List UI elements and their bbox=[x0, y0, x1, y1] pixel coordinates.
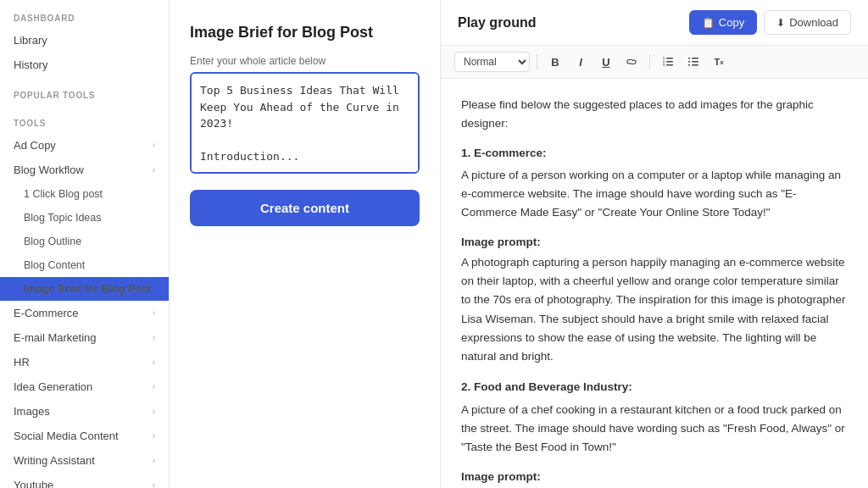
toolbar-divider-2 bbox=[649, 54, 650, 69]
sidebar-section-popular: POPULAR TOOLS bbox=[0, 77, 169, 105]
image-prompt-1-label: Image prompt: bbox=[461, 233, 848, 252]
sidebar-section-tools: TOOLS bbox=[0, 105, 169, 133]
section-2-description: A picture of a chef cooking in a restaur… bbox=[461, 401, 848, 458]
format-select[interactable]: Normal Heading 1 Heading 2 Heading 3 bbox=[454, 52, 530, 72]
svg-point-9 bbox=[688, 58, 690, 59]
unordered-list-button[interactable] bbox=[682, 51, 704, 73]
chevron-down-icon: › bbox=[153, 407, 155, 416]
underline-button[interactable]: U bbox=[595, 51, 617, 73]
sidebar-item-blog-topic-ideas[interactable]: Blog Topic Ideas bbox=[0, 206, 169, 230]
input-label: Enter your whole article below bbox=[190, 55, 420, 67]
section-1-description: A picture of a person working on a compu… bbox=[461, 166, 848, 223]
sidebar-item-e-commerce[interactable]: E-Commerce › bbox=[0, 301, 169, 325]
image-prompt-1-text: A photograph capturing a person happily … bbox=[461, 253, 848, 367]
link-button[interactable] bbox=[620, 51, 643, 73]
chevron-down-icon: › bbox=[153, 480, 155, 488]
sidebar-item-hr[interactable]: HR › bbox=[0, 350, 169, 374]
chevron-down-icon: › bbox=[153, 141, 155, 150]
input-section: Enter your whole article below Top 5 Bus… bbox=[190, 55, 420, 176]
chevron-down-icon: › bbox=[153, 308, 155, 318]
article-textarea[interactable]: Top 5 Business Ideas That Will Keep You … bbox=[190, 72, 420, 174]
svg-rect-6 bbox=[692, 58, 698, 59]
sidebar-item-idea-generation[interactable]: Idea Generation › bbox=[0, 374, 169, 399]
svg-rect-2 bbox=[666, 64, 673, 66]
create-content-button[interactable]: Create content bbox=[190, 190, 420, 226]
chevron-down-icon: › bbox=[153, 382, 155, 391]
bold-button[interactable]: B bbox=[544, 51, 566, 73]
left-pane: Image Brief for Blog Post Enter your who… bbox=[170, 0, 441, 488]
image-prompt-2-label: Image prompt: bbox=[461, 468, 848, 486]
sidebar-item-image-brief[interactable]: Image Brief for Blog Post bbox=[0, 277, 169, 301]
svg-point-10 bbox=[688, 61, 690, 63]
download-icon: ⬇ bbox=[776, 17, 785, 29]
svg-text:3.: 3. bbox=[663, 64, 665, 67]
sidebar-item-blog-outline[interactable]: Blog Outline bbox=[0, 230, 169, 253]
sidebar-item-writing-assistant[interactable]: Writing Assistant › bbox=[0, 448, 169, 473]
main-content: Image Brief for Blog Post Enter your who… bbox=[170, 0, 868, 488]
sidebar-item-history[interactable]: History bbox=[0, 53, 169, 77]
svg-rect-0 bbox=[666, 58, 673, 59]
header-actions: 📋 Copy ⬇ Download bbox=[689, 10, 851, 35]
sidebar-item-youtube[interactable]: Youtube › bbox=[0, 473, 169, 488]
content-area: Please find below the suggested places t… bbox=[441, 79, 868, 488]
pane-container: Image Brief for Blog Post Enter your who… bbox=[170, 0, 868, 488]
copy-icon: 📋 bbox=[702, 17, 715, 29]
sidebar-item-images[interactable]: Images › bbox=[0, 399, 169, 424]
ordered-list-button[interactable]: 1. 2. 3. bbox=[657, 51, 679, 73]
sidebar-item-blog-workflow[interactable]: Blog Workflow › bbox=[0, 158, 169, 182]
chevron-down-icon: › bbox=[153, 431, 155, 441]
sidebar-item-blog-content[interactable]: Blog Content bbox=[0, 253, 169, 277]
right-pane: Play ground 📋 Copy ⬇ Download Normal H bbox=[441, 0, 868, 488]
svg-rect-1 bbox=[666, 61, 673, 63]
sidebar-item-library[interactable]: Library bbox=[0, 28, 169, 53]
section-1-heading: 1. E-commerce: bbox=[461, 144, 848, 163]
section-2-heading: 2. Food and Beverage Industry: bbox=[461, 378, 848, 396]
playground-title: Play ground bbox=[458, 15, 536, 30]
sidebar-item-email-marketing[interactable]: E-mail Marketing › bbox=[0, 325, 169, 350]
italic-button[interactable]: I bbox=[570, 51, 592, 73]
chevron-down-icon: › bbox=[153, 456, 155, 465]
copy-button[interactable]: 📋 Copy bbox=[689, 10, 757, 35]
editor-toolbar: Normal Heading 1 Heading 2 Heading 3 B I… bbox=[441, 46, 868, 79]
clear-format-button[interactable]: Tx bbox=[708, 51, 730, 73]
toolbar-divider bbox=[537, 54, 537, 69]
right-pane-header: Play ground 📋 Copy ⬇ Download bbox=[441, 0, 868, 46]
chevron-down-icon: › bbox=[153, 165, 155, 175]
sidebar-section-dashboard: DASHBOARD bbox=[0, 0, 169, 28]
svg-rect-7 bbox=[692, 61, 698, 63]
sidebar-item-ad-copy[interactable]: Ad Copy › bbox=[0, 133, 169, 158]
download-button[interactable]: ⬇ Download bbox=[764, 10, 851, 35]
svg-point-11 bbox=[688, 64, 690, 66]
sidebar-item-social-media[interactable]: Social Media Content › bbox=[0, 424, 169, 448]
sidebar-item-1-click-blog[interactable]: 1 Click Blog post bbox=[0, 182, 169, 206]
sidebar: DASHBOARD Library History POPULAR TOOLS … bbox=[0, 0, 170, 488]
svg-rect-8 bbox=[692, 64, 698, 66]
page-title: Image Brief for Blog Post bbox=[190, 24, 420, 42]
content-intro: Please find below the suggested places t… bbox=[461, 96, 848, 134]
chevron-down-icon: › bbox=[153, 333, 155, 342]
chevron-down-icon: › bbox=[153, 358, 155, 367]
